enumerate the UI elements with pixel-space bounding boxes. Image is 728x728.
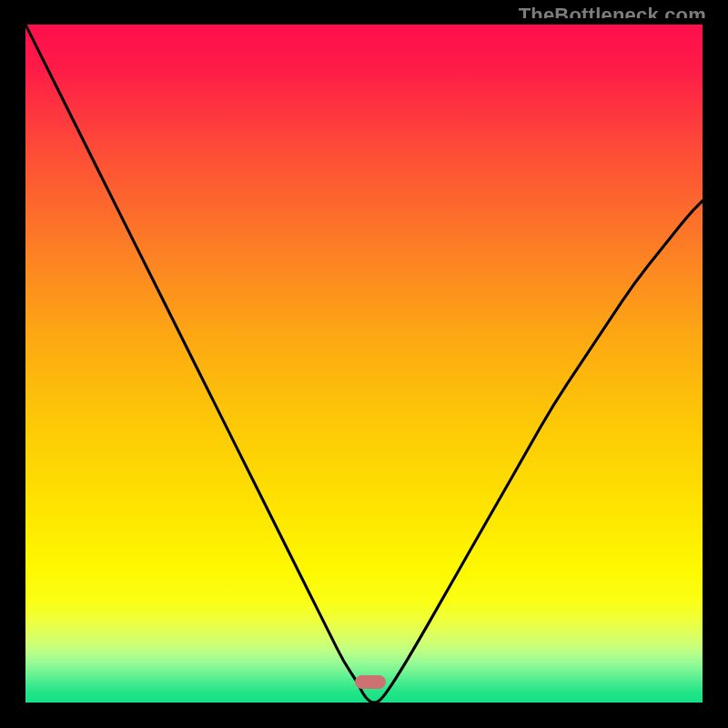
optimum-marker	[355, 675, 386, 689]
chart-plot-area	[25, 25, 703, 703]
bottleneck-curve	[25, 25, 703, 703]
chart-stage: TheBottleneck.com	[0, 0, 728, 728]
